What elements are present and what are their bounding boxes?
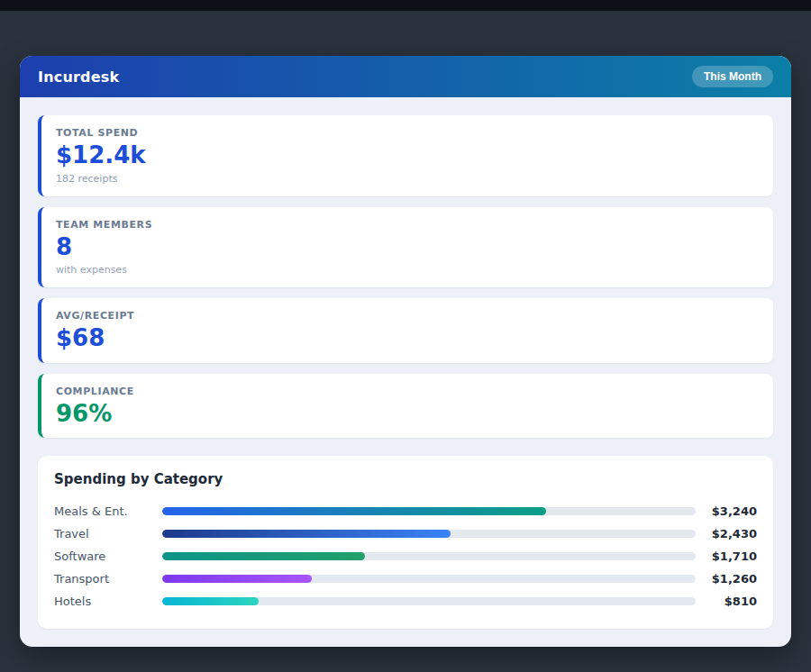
chart-row-travel: Travel $2,430 [54, 522, 757, 545]
bar-track [162, 597, 696, 605]
category-label: Travel [54, 527, 162, 540]
stat-sub: 182 receipts [56, 173, 759, 185]
dashboard-content: TOTAL SPEND $12.4k 182 receipts TEAM MEM… [20, 97, 791, 647]
bar-fill-software [162, 552, 365, 560]
category-value: $3,240 [696, 504, 757, 518]
category-value: $2,430 [696, 527, 757, 540]
category-label: Meals & Ent. [54, 504, 162, 518]
category-value: $1,710 [696, 549, 757, 563]
stat-label: TOTAL SPEND [56, 127, 759, 139]
stat-label: AVG/RECEIPT [56, 310, 759, 322]
app-header: Incurdesk This Month [20, 56, 791, 97]
chart-row-hotels: Hotels $810 [54, 590, 757, 613]
chart-title: Spending by Category [54, 471, 757, 487]
bar-fill-meals [162, 507, 546, 515]
category-value: $1,260 [696, 572, 757, 586]
stat-label: TEAM MEMBERS [56, 219, 759, 231]
stat-card-avg-receipt: AVG/RECEIPT $68 [38, 298, 773, 363]
stat-value: $12.4k [56, 142, 759, 168]
category-label: Transport [54, 572, 162, 586]
stat-value: 8 [56, 234, 759, 260]
bar-track [162, 575, 696, 583]
chart-row-software: Software $1,710 [54, 545, 757, 568]
spending-chart-card: Spending by Category Meals & Ent. $3,240… [38, 456, 773, 629]
category-value: $810 [696, 595, 757, 608]
bar-fill-hotels [162, 597, 259, 605]
stat-card-compliance: COMPLIANCE 96% [38, 374, 773, 439]
chart-row-meals: Meals & Ent. $3,240 [54, 500, 757, 522]
bar-track [162, 530, 696, 538]
bar-fill-transport [162, 575, 312, 583]
category-label: Software [54, 549, 162, 563]
stat-value: 96% [56, 401, 759, 427]
bar-track [162, 507, 696, 515]
stat-sub: with expenses [56, 264, 759, 276]
dashboard-card: Incurdesk This Month TOTAL SPEND $12.4k … [20, 56, 791, 647]
top-strip [0, 0, 811, 11]
stat-card-total-spend: TOTAL SPEND $12.4k 182 receipts [38, 115, 773, 196]
stat-value: $68 [56, 325, 759, 351]
app-title: Incurdesk [38, 68, 119, 86]
bar-fill-travel [162, 530, 451, 538]
period-badge[interactable]: This Month [692, 66, 773, 87]
category-label: Hotels [54, 595, 162, 608]
chart-row-transport: Transport $1,260 [54, 568, 757, 590]
bar-track [162, 552, 696, 560]
stat-card-team-members: TEAM MEMBERS 8 with expenses [38, 207, 773, 288]
stat-label: COMPLIANCE [56, 386, 759, 397]
